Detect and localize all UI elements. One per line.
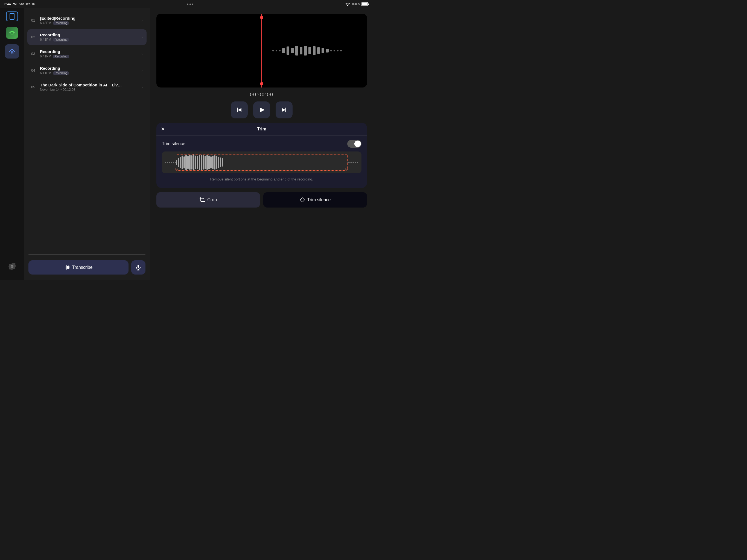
sidebar-toggle-button[interactable] [6,11,18,21]
circuit-icon [6,27,18,39]
trim-bar [183,156,185,169]
chevron-right-icon: › [141,35,143,40]
trim-close-button[interactable]: ✕ [161,126,165,132]
trim-bar [191,155,192,170]
close-icon: ✕ [161,126,165,132]
waveform-bar [291,48,294,53]
list-item[interactable]: 04 Recording 6:11PM Recording › [27,62,147,78]
settings-button[interactable] [6,260,18,272]
trim-bar [201,155,202,170]
dot-3 [192,4,193,5]
skip-forward-button[interactable]: 15 [276,101,292,119]
gear-icon [8,263,16,270]
waveform-dot [334,50,335,51]
waveform-bar [321,48,324,53]
item-content: Recording 6:41PM Recording [40,32,141,42]
playhead-line [261,14,262,87]
waveform-dot [340,50,342,51]
chevron-right-icon: › [141,85,143,90]
status-right: 100% [345,2,369,6]
battery-icon [361,2,369,6]
trim-left-handle[interactable]: ✂ [175,167,178,171]
svg-rect-14 [67,265,67,270]
dot-1 [187,4,188,5]
trim-dot [165,162,166,163]
item-badge: Recording [53,55,69,58]
list-panel: 01 [Edited]Recording 6:43PM Recording › … [24,8,150,280]
skip-back-button[interactable]: 15 [231,101,248,119]
waveform-bar [317,47,320,54]
waveform-bar [295,46,298,55]
item-content: Recording 6:41PM Recording [40,49,141,58]
status-left: 6:44 PM Sat Dec 16 [4,2,35,6]
microphone-button[interactable] [131,260,146,275]
play-icon [258,106,265,113]
transport-buttons: 15 15 [231,101,292,119]
wifi-icon [345,2,350,6]
item-badge: Recording [53,21,69,25]
circuit-app-button[interactable] [5,26,19,40]
trim-dot [350,162,351,163]
trim-dot [167,162,168,163]
trim-bar [185,155,187,170]
item-time: 6:11PM [40,71,51,75]
time-display: 00:00:00 [250,92,274,98]
trim-description: Remove silent portions at the beginning … [162,176,361,183]
play-button[interactable] [253,101,270,119]
status-bar: 6:44 PM Sat Dec 16 100% [0,0,374,8]
trim-bar [178,158,179,167]
item-meta: November 14 • 00:12:03 [40,88,141,92]
waveform-bar [308,47,311,54]
item-time: November 14 • 00:12:03 [40,88,75,92]
list-item[interactable]: 05 The Dark Side of Competition in AI _ … [27,79,147,95]
list-item[interactable]: 03 Recording 6:41PM Recording › [27,46,147,61]
item-meta: 6:11PM Recording [40,71,141,75]
list-item[interactable]: 01 [Edited]Recording 6:43PM Recording › [27,12,147,28]
trim-right-handle[interactable]: ✂ [345,167,348,171]
battery-percentage: 100% [351,2,360,6]
trim-header: ✕ Trim [156,123,367,136]
waveform-bar [326,49,329,52]
trim-waveform[interactable]: ✂ ✂ [162,152,361,173]
home-icon [6,45,18,57]
svg-rect-9 [11,52,12,54]
trim-body: Trim silence [156,136,367,188]
trim-silence-toggle[interactable] [347,140,361,148]
waveform-bar [282,48,285,53]
item-time: 6:43PM [40,21,51,25]
trim-dot [173,162,174,163]
trim-bar [195,156,196,169]
toggle-knob [354,141,361,147]
trim-bar [212,156,213,169]
trim-silence-row: Trim silence [162,140,361,148]
svg-point-6 [11,34,11,34]
home-app-button[interactable] [5,44,19,58]
svg-rect-15 [67,266,68,269]
trim-dot [353,162,354,163]
list-item[interactable]: 02 Recording 6:41PM Recording › [27,29,147,45]
item-content: Recording 6:11PM Recording [40,66,141,75]
trim-silence-button[interactable]: Trim silence [263,192,367,207]
trim-bar [199,155,200,170]
trim-bar [206,155,208,170]
playhead-bottom-handle [260,82,263,85]
svg-rect-13 [66,266,66,269]
trim-dots-right [347,162,358,163]
trim-bar [176,160,177,165]
waveform-dot [276,50,277,51]
transcribe-button[interactable]: Transcribe [28,260,129,275]
main-content: 00:00:00 15 15 [150,8,374,280]
svg-rect-1 [362,3,368,5]
crop-button[interactable]: Crop [156,192,260,207]
trim-bar [220,157,221,167]
waveform-display[interactable] [156,14,367,87]
trim-bar [193,154,195,170]
item-number: 05 [31,85,38,89]
svg-point-11 [11,266,12,267]
trim-dot [351,162,353,163]
waveform-dot [337,50,338,51]
trim-bar [216,156,217,169]
trim-panel: ✕ Trim Trim silence [156,123,367,188]
svg-point-4 [11,31,11,32]
trim-dot [357,162,358,163]
